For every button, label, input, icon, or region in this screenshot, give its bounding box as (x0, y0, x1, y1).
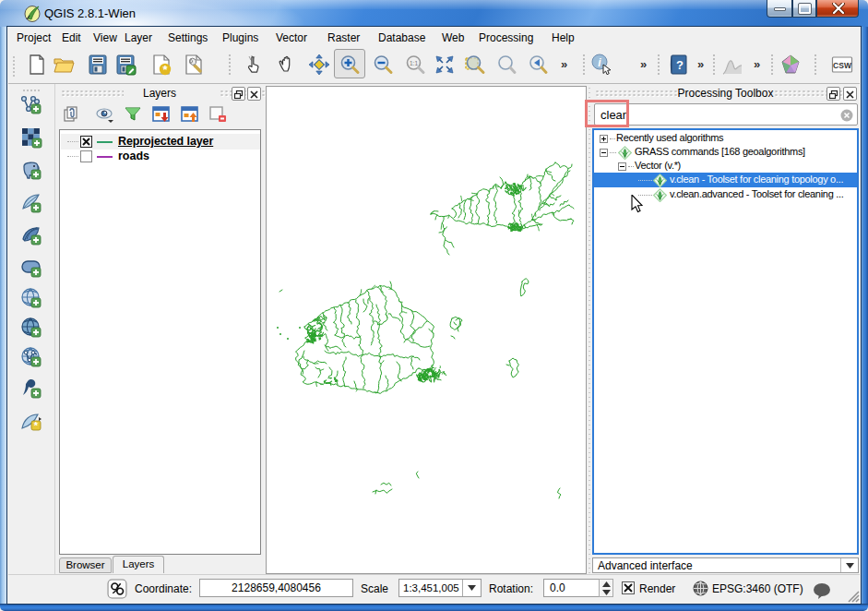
svg-text:*: * (34, 420, 39, 431)
svg-text:1:1: 1:1 (410, 60, 418, 66)
svg-text:CSW: CSW (833, 61, 852, 70)
svg-text:?: ? (676, 58, 684, 72)
